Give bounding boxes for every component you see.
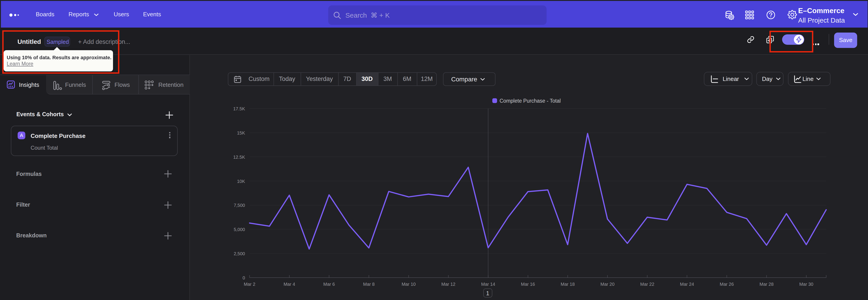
svg-text:Mar 2: Mar 2 (244, 282, 255, 287)
svg-text:0: 0 (243, 275, 245, 280)
svg-text:Mar 26: Mar 26 (720, 282, 734, 287)
svg-text:7,500: 7,500 (234, 203, 245, 208)
svg-text:5,000: 5,000 (234, 227, 245, 232)
svg-text:Complete Purchase - Total: Complete Purchase - Total (500, 98, 561, 104)
svg-text:12.5K: 12.5K (233, 155, 245, 160)
svg-text:10K: 10K (237, 179, 245, 184)
svg-text:Mar 24: Mar 24 (680, 282, 694, 287)
svg-text:17.5K: 17.5K (233, 106, 245, 111)
svg-text:Mar 6: Mar 6 (323, 282, 335, 287)
svg-text:Mar 16: Mar 16 (521, 282, 535, 287)
svg-text:Mar 30: Mar 30 (799, 282, 813, 287)
svg-text:2,500: 2,500 (234, 251, 245, 256)
svg-text:Mar 10: Mar 10 (402, 282, 416, 287)
svg-text:Mar 4: Mar 4 (283, 282, 295, 287)
svg-text:Mar 18: Mar 18 (561, 282, 575, 287)
svg-text:Mar 20: Mar 20 (600, 282, 614, 287)
svg-text:Mar 14: Mar 14 (481, 282, 495, 287)
svg-text:Mar 12: Mar 12 (441, 282, 455, 287)
svg-text:Mar 22: Mar 22 (640, 282, 654, 287)
svg-text:Mar 28: Mar 28 (760, 282, 774, 287)
svg-text:Mar 8: Mar 8 (363, 282, 375, 287)
svg-text:15K: 15K (237, 130, 245, 136)
